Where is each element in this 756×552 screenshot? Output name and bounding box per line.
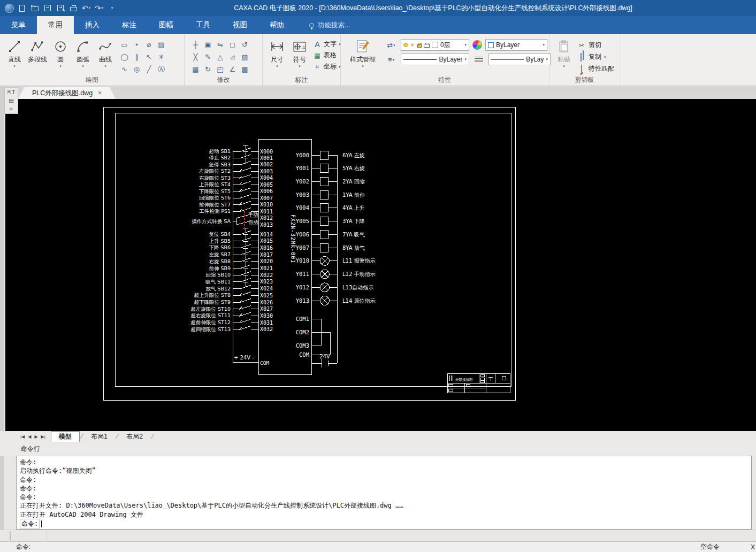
region-icon[interactable]: ▩ — [239, 64, 250, 75]
output-row-Y001[interactable]: Y0015YA 右旋 — [296, 164, 365, 173]
parallel-lines-icon[interactable]: ∥ — [131, 51, 142, 63]
dimension-button[interactable]: 尺寸 ▾ — [266, 36, 288, 77]
curve-button[interactable]: 曲线▾ — [94, 36, 117, 77]
menu-tab-7[interactable]: 视图 — [222, 16, 258, 34]
break-icon[interactable]: ▣ — [202, 39, 213, 50]
wave-curve-icon[interactable]: ∿ — [119, 64, 130, 75]
style-manager-button[interactable]: 样式管理 ▾ — [344, 36, 381, 77]
output-row-Y003[interactable]: Y0031YA 前伸 — [296, 190, 365, 199]
mirror-icon[interactable]: ⇋ — [215, 39, 226, 50]
stretch-icon[interactable]: ⊿ — [227, 51, 238, 63]
input-row-X032[interactable]: 超回缩限位 ST13X032 — [191, 326, 273, 332]
input-row-X003[interactable]: 左旋限位 ST2X003 — [199, 168, 273, 174]
function-search[interactable]: 功能搜索... — [309, 16, 350, 34]
layer-combo[interactable]: ☀ 0层 ▾ — [401, 39, 469, 51]
circle-button[interactable]: 圆▾ — [49, 36, 72, 77]
output-row-Y007[interactable]: Y0078YA 放气 — [296, 243, 365, 252]
command-history-panel[interactable]: 命令:启动执行命令:“视图关闭”命令:命令:命令:正在打开文件: D:\360M… — [16, 456, 752, 530]
input-row-X000[interactable]: 起动 SB1X000 — [209, 145, 273, 155]
output-row-Y012[interactable]: Y012L13自动指示 — [296, 283, 374, 292]
first-sheet-icon[interactable]: |◀ — [20, 434, 25, 439]
output-row-Y005[interactable]: Y0053YA 下降 — [296, 217, 365, 226]
new-file-icon[interactable] — [16, 1, 28, 15]
lineweight-combo[interactable]: ByLay ▾ — [488, 53, 551, 65]
arc-button[interactable]: 圆弧▾ — [72, 36, 94, 77]
symbol-button[interactable]: .1 符号 ▾ — [288, 36, 311, 77]
cut-button[interactable]: ✂ 剪切 — [577, 41, 614, 50]
menu-tab-1[interactable]: 菜单 — [0, 16, 37, 34]
menu-tab-2[interactable]: 常用 — [37, 16, 74, 34]
hatch-icon[interactable]: ▨ — [156, 39, 167, 50]
input-row-X010[interactable]: 前伸限位 ST7X010 — [199, 201, 273, 208]
input-row-X005[interactable]: 上升限位 ST4X005 — [199, 181, 273, 188]
layout-tab-布局2[interactable]: 布局2 — [119, 432, 150, 442]
output-row-Y004[interactable]: Y0044YA 上升 — [296, 204, 365, 212]
input-row-X006[interactable]: 下降限位 ST5X006 — [199, 188, 273, 194]
input-row-X026[interactable]: 超下降限位 ST9X026 — [194, 299, 273, 305]
close-icon[interactable]: × — [98, 89, 102, 97]
view-palette-icon[interactable]: ▤ — [9, 97, 13, 104]
coordinate-button[interactable]: ⌗ 坐标▾ — [313, 62, 341, 71]
bolt-icon[interactable]: ⌀ — [143, 39, 155, 50]
command-prompt[interactable]: 命令: — [20, 519, 751, 528]
scale-icon[interactable]: △ — [215, 51, 226, 63]
layer-tools-icon[interactable]: ⇄▾ — [385, 39, 398, 51]
input-row-X027[interactable]: 超左旋限位 ST10X027 — [191, 305, 273, 312]
table-button[interactable]: ▦ 表格 — [313, 51, 341, 60]
match-properties-button[interactable]: 特性匹配 — [577, 64, 614, 73]
frame-select-icon[interactable]: ◻ — [227, 39, 238, 50]
print-icon[interactable] — [67, 1, 79, 15]
prev-sheet-icon[interactable]: ◀ — [28, 434, 31, 439]
input-row-X030[interactable]: 超右旋限位 ST11X030 — [191, 312, 273, 319]
color-wheel-icon[interactable] — [472, 40, 482, 50]
layout-tab-布局1[interactable]: 布局1 — [83, 432, 115, 442]
array-icon[interactable]: ▦ — [190, 64, 201, 75]
menu-tab-8[interactable]: 帮助 — [258, 16, 295, 34]
menu-tab-3[interactable]: 插入 — [74, 16, 111, 34]
app-logo-icon[interactable] — [3, 1, 15, 15]
plc-wiring-schematic[interactable]: FX2N-32MR-001+ 24V -COM起动 SB1X000停止 SB2X… — [5, 99, 756, 431]
output-row-Y010[interactable]: Y010L11 报警指示 — [296, 256, 376, 265]
input-row-X004[interactable]: 右旋限位 ST3X004 — [199, 174, 273, 181]
pick-arrow-icon[interactable]: ↖ — [143, 51, 155, 63]
title-block[interactable]: 外部接线图 — [447, 373, 510, 393]
redo-button[interactable]: ↷▾ — [93, 1, 105, 15]
paste-button[interactable]: 粘贴 ▾ — [553, 36, 575, 77]
input-row-X007[interactable]: 回缩限位 ST6X007 — [199, 195, 273, 201]
tool-options-icon[interactable]: ⇱T — [7, 89, 16, 96]
toolbar-grip-icon[interactable] — [10, 532, 11, 540]
color-combo[interactable]: ByLayer ▾ — [485, 39, 547, 51]
line-button[interactable]: 直线▾ — [3, 36, 26, 77]
input-row-X025[interactable]: 超上升限位 ST8X025 — [194, 292, 273, 298]
chamfer-icon[interactable]: ∠ — [227, 64, 238, 75]
point-icon[interactable]: • — [131, 39, 142, 50]
menu-tab-6[interactable]: 工具 — [185, 16, 222, 34]
menu-tab-4[interactable]: 标注 — [111, 16, 148, 34]
concentric-circle-icon[interactable]: ◎ — [131, 64, 142, 75]
explode-icon[interactable]: ▧ — [239, 51, 250, 63]
last-sheet-icon[interactable]: ▶| — [41, 434, 45, 439]
move-icon[interactable]: ┼ — [190, 39, 201, 50]
qat-customize-icon[interactable]: ▾ — [106, 1, 118, 15]
com-terminals[interactable]: COM1COM2COM3COM — [296, 316, 330, 358]
document-tab[interactable]: PLC外部接线图.dwg × — [18, 87, 116, 99]
rectangle-icon[interactable]: ▭ — [119, 39, 130, 50]
open-file-icon[interactable] — [29, 1, 41, 15]
next-sheet-icon[interactable]: ▶ — [34, 434, 37, 439]
input-row-X014[interactable]: 复位 SB4X014 — [209, 228, 273, 237]
output-row-Y011[interactable]: Y011L12 手动指示 — [296, 270, 376, 279]
battery-24v[interactable]: 24V — [311, 354, 337, 367]
linetype-combo[interactable]: ByLayer ▾ — [401, 53, 469, 65]
ellipse-icon[interactable]: ◯ — [119, 51, 130, 63]
save-icon[interactable] — [42, 1, 54, 15]
rotate-icon[interactable]: ↺ — [239, 39, 250, 50]
input-row-X011[interactable]: 工件检测 PS1X011 — [199, 208, 273, 214]
edit-pencil-icon[interactable]: ✎ — [202, 51, 213, 63]
save-as-icon[interactable]: ✎ — [55, 1, 66, 15]
sketch-line-icon[interactable]: ╱ — [143, 64, 155, 75]
layout-tab-模型[interactable]: 模型 — [51, 431, 80, 442]
offset-icon[interactable]: ◰ — [215, 64, 226, 75]
undo-button[interactable]: ↶▾ — [80, 1, 92, 15]
lineweight-tools-icon[interactable] — [472, 53, 485, 65]
rotate-copy-icon[interactable]: ↻ — [202, 64, 213, 75]
